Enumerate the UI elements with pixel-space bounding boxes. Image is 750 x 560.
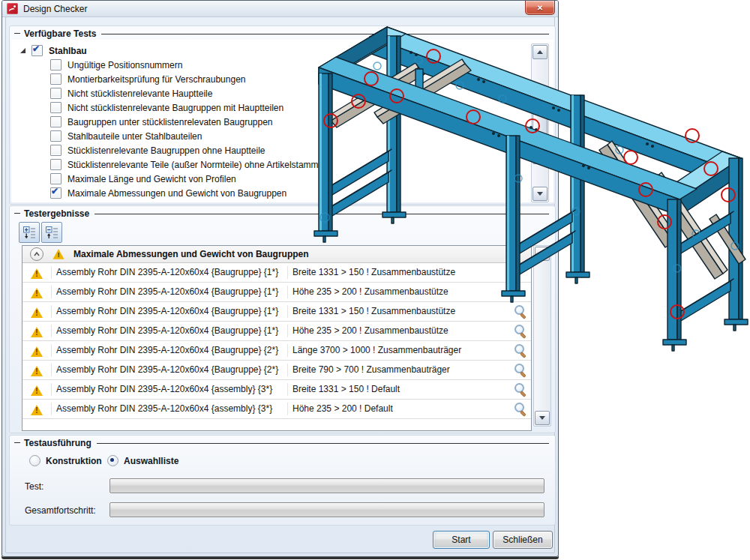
tree-item-label: Stücklistenrelevante Teile (außer Normte…: [68, 160, 319, 170]
result-message-cell: Breite 790 > 700 ! Zusammenbauträger: [288, 364, 513, 376]
tree-item-checkbox[interactable]: [50, 159, 62, 170]
tree-item-label: Montierbarkeitsprüfung für Verschraubung…: [68, 74, 245, 85]
close-button[interactable]: Schließen: [493, 531, 553, 549]
result-severity-cell: [22, 383, 52, 396]
group-rule: [94, 214, 549, 214]
tree-item[interactable]: Nicht stücklistenrelevante Baugruppen mi…: [50, 100, 528, 115]
tree-item-checkbox[interactable]: [50, 102, 62, 113]
warning-icon: [31, 385, 43, 396]
scroll-up-button[interactable]: [532, 45, 548, 59]
tree-item-checkbox[interactable]: [50, 130, 62, 142]
tree-item-checkbox[interactable]: [50, 88, 62, 99]
tree-item-checkbox[interactable]: [50, 73, 62, 85]
result-message-cell: Breite 1331 > 150 ! Zusammenbaustütze: [288, 266, 513, 279]
result-message-cell: Höhe 235 > 200 ! Zusammenbaustütze: [288, 325, 513, 337]
chevron-up-icon: [32, 249, 42, 259]
result-part-cell: Assembly Rohr DIN 2395-A-120x60x4 {Baugr…: [52, 344, 288, 357]
start-button-label: Start: [452, 535, 470, 545]
tree-item-checkbox[interactable]: [50, 173, 62, 184]
tree-item-label: Ungültige Positionsnummern: [68, 60, 182, 70]
result-row[interactable]: Assembly Rohr DIN 2395-A-120x60x4 {Baugr…: [22, 341, 531, 361]
result-row[interactable]: Assembly Rohr DIN 2395-A-120x60x4 {Baugr…: [22, 302, 531, 322]
magnifier-icon[interactable]: [514, 325, 526, 337]
tree-item[interactable]: Stücklistenrelevante Baugruppen ohne Hau…: [50, 143, 528, 157]
collapse-all-icon: [46, 226, 58, 239]
group-test-results-header: Testergebnisse: [10, 206, 555, 219]
close-window-button[interactable]: ✕: [525, 1, 555, 15]
tree-expanded-icon[interactable]: [20, 48, 26, 53]
tree-item-label: Nicht stücklistenrelevante Hauptteile: [68, 88, 212, 99]
result-row[interactable]: Assembly Rohr DIN 2395-A-120x60x4 {Baugr…: [22, 283, 531, 302]
tree-item-checkbox[interactable]: [50, 59, 62, 70]
start-button[interactable]: Start: [433, 531, 490, 549]
tree-item[interactable]: Maximale Länge und Gewicht von Profilen: [50, 172, 528, 186]
tree-item-label: Stahlbau: [49, 46, 87, 56]
radio-button-icon-selected[interactable]: [107, 455, 118, 466]
scroll-down-button[interactable]: [535, 411, 550, 425]
results-scrollbar[interactable]: [533, 245, 551, 427]
test-progress-label: Test:: [25, 481, 44, 492]
result-part-cell: Assembly Rohr DIN 2395-A-120x60x4 {Baugr…: [52, 364, 288, 376]
warning-icon: [31, 366, 43, 376]
collapse-group-button[interactable]: [30, 247, 44, 261]
result-row[interactable]: Assembly Rohr DIN 2395-A-120x60x4 {Baugr…: [22, 263, 531, 283]
tree-item[interactable]: Nicht stücklistenrelevante Hauptteile: [50, 86, 528, 100]
results-rows: Assembly Rohr DIN 2395-A-120x60x4 {Baugr…: [22, 263, 531, 419]
results-group-header-row[interactable]: Maximale Abmessungen und Gewicht von Bau…: [22, 246, 531, 263]
scroll-up-button[interactable]: [535, 247, 550, 261]
result-severity-cell: [22, 305, 52, 318]
result-part-cell: Assembly Rohr DIN 2395-A-120x60x4 {assem…: [52, 403, 288, 415]
group-test-execution-title: Testausführung: [24, 438, 92, 448]
scroll-down-button[interactable]: [532, 187, 548, 201]
radio-button-icon[interactable]: [29, 455, 40, 466]
tree-item[interactable]: Maximale Abmessungen und Gewicht von Bau…: [50, 186, 528, 200]
result-severity-cell: [22, 325, 52, 337]
magnifier-icon[interactable]: [514, 364, 526, 376]
tree-item-stahlbau[interactable]: Stahlbau: [20, 43, 528, 58]
tree-item-checkbox[interactable]: [50, 116, 62, 127]
result-row[interactable]: Assembly Rohr DIN 2395-A-120x60x4 {Baugr…: [22, 361, 531, 380]
radio-auswahlliste[interactable]: Auswahlliste: [107, 455, 178, 466]
right-end-rail: [661, 151, 741, 216]
result-part-cell: Assembly Rohr DIN 2395-A-120x60x4 {Baugr…: [52, 305, 288, 318]
arrow-up-icon: [539, 252, 545, 256]
result-row[interactable]: Assembly Rohr DIN 2395-A-120x60x4 {Baugr…: [22, 322, 531, 341]
tree-item[interactable]: Ungültige Positionsnummern: [50, 58, 528, 72]
result-row[interactable]: Assembly Rohr DIN 2395-A-120x60x4 {assem…: [22, 380, 531, 400]
window-title: Design Checker: [23, 4, 87, 14]
scroll-thumb[interactable]: [532, 107, 548, 164]
magnifier-icon[interactable]: [514, 344, 526, 357]
arrow-down-icon: [537, 192, 543, 196]
expand-all-button[interactable]: [19, 222, 40, 243]
tests-tree: Stahlbau Ungültige Positionsnummern Mont…: [11, 40, 554, 202]
warning-icon: [31, 327, 43, 337]
radio-label: Auswahlliste: [124, 456, 178, 466]
tree-item[interactable]: Montierbarkeitsprüfung für Verschraubung…: [50, 72, 528, 86]
radio-label: Konstruktion: [46, 456, 102, 466]
result-zoom-cell: [513, 344, 531, 357]
test-progress-bar: [110, 478, 544, 493]
result-message-cell: Länge 3700 > 1000 ! Zusammenbauträger: [288, 344, 513, 357]
collapse-all-button[interactable]: [41, 222, 62, 243]
title-bar[interactable]: Design Checker ✕: [2, 1, 558, 17]
tree-item-label: Stücklistenrelevante Baugruppen ohne Hau…: [68, 145, 266, 156]
result-row[interactable]: Assembly Rohr DIN 2395-A-120x60x4 {assem…: [22, 400, 531, 419]
group-available-tests: Verfügbare Tests Stahlbau Ungültige Posi…: [9, 25, 556, 205]
magnifier-icon[interactable]: [514, 305, 526, 318]
tree-item[interactable]: Stahlbauteile unter Stahlbauteilen: [50, 129, 528, 143]
tests-tree-scrollbar[interactable]: [531, 43, 549, 202]
tree-item-checkbox[interactable]: [50, 145, 62, 156]
tree-item[interactable]: Baugruppen unter stücklistenrelevaten Ba…: [50, 115, 528, 129]
overall-progress-label: Gesamtfortschritt:: [25, 505, 96, 516]
result-severity-cell: [22, 403, 52, 415]
radio-konstruktion[interactable]: Konstruktion: [29, 455, 102, 466]
group-test-results: Testergebnisse: [9, 205, 556, 433]
tree-checkbox-stahlbau[interactable]: [32, 45, 43, 56]
magnifier-icon[interactable]: [514, 403, 526, 415]
tree-item[interactable]: Stücklistenrelevante Teile (außer Normte…: [50, 157, 528, 172]
result-zoom-cell: [513, 325, 531, 337]
app-icon: [7, 3, 18, 14]
result-zoom-cell: [513, 403, 531, 415]
magnifier-icon[interactable]: [514, 383, 526, 396]
tree-item-checkbox[interactable]: [50, 187, 62, 199]
